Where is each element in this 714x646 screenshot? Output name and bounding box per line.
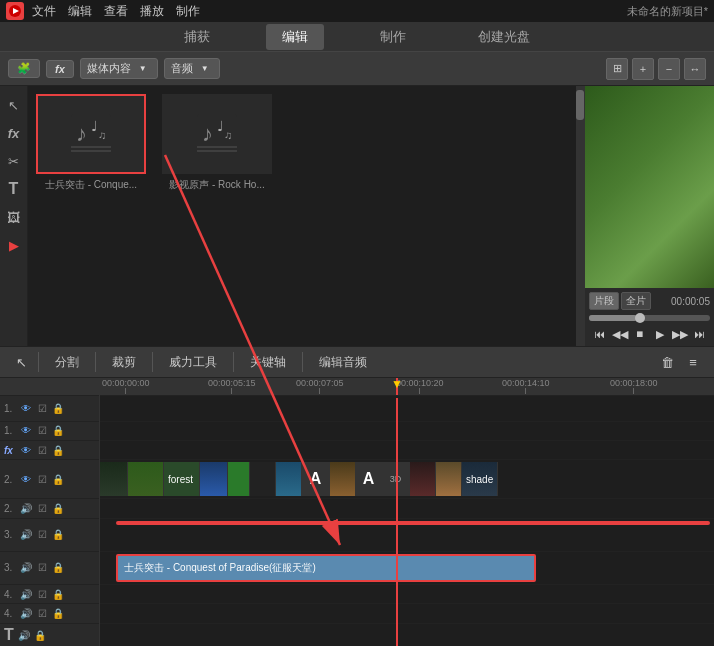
menu-file[interactable]: 文件 [32, 3, 56, 20]
tl-split-btn[interactable]: 分割 [43, 348, 91, 376]
track-check-2s[interactable]: ☑ [35, 502, 49, 516]
media-scrollbar[interactable] [576, 86, 584, 346]
ruler-tick-0 [125, 388, 126, 394]
track-check-2v[interactable]: ☑ [35, 472, 49, 486]
track-check-4s[interactable]: ☑ [35, 606, 49, 620]
timeline-toolbar: ↖ 分割 裁剪 威力工具 关键轴 编辑音频 🗑 ≡ [0, 346, 714, 378]
media-item-0[interactable]: ♪ ♩ ♫ 士兵突击 - Conque... [36, 94, 146, 192]
tl-power-btn[interactable]: 威力工具 [157, 348, 229, 376]
track-check-1v[interactable]: ☑ [35, 401, 49, 415]
track-lock-3s[interactable]: 🔒 [51, 561, 65, 575]
track-check-4a[interactable]: ☑ [35, 587, 49, 601]
lane-t [100, 624, 714, 646]
track-lock-4a[interactable]: 🔒 [51, 587, 65, 601]
clip-blue1[interactable] [200, 462, 228, 496]
sidebar-icon-image[interactable]: 🖼 [3, 206, 25, 228]
track-lock-3a[interactable]: 🔒 [51, 528, 65, 542]
track-lock-4s[interactable]: 🔒 [51, 606, 65, 620]
btn-forward[interactable]: ▶▶ [672, 326, 688, 342]
menu-edit[interactable]: 编辑 [68, 3, 92, 20]
lane-1s [100, 422, 714, 441]
clip-dark[interactable] [250, 462, 276, 496]
media-thumb-1[interactable]: ♪ ♩ ♫ [162, 94, 272, 174]
tl-settings-btn[interactable]: ≡ [680, 349, 706, 375]
track-eye-1v[interactable]: 👁 [19, 401, 33, 415]
zoom-in-btn[interactable]: + [632, 58, 654, 80]
clip-forest[interactable] [128, 462, 164, 496]
track-lock-2s[interactable]: 🔒 [51, 502, 65, 516]
track-lock-1s[interactable]: 🔒 [51, 424, 65, 438]
btn-stop[interactable]: ⏹ [632, 326, 648, 342]
btn-rewind[interactable]: ⏮ [592, 326, 608, 342]
track-spk-4a[interactable]: 🔊 [19, 587, 33, 601]
track-lock-1v[interactable]: 🔒 [51, 401, 65, 415]
clip-orange[interactable] [330, 462, 356, 496]
media-content-dropdown[interactable]: 媒体内容 [80, 58, 158, 79]
track-lock-t[interactable]: 🔒 [33, 628, 47, 642]
clip-orange2[interactable] [436, 462, 462, 496]
tl-crop-btn[interactable]: 裁剪 [100, 348, 148, 376]
plugin-button[interactable]: 🧩 [8, 59, 40, 78]
tl-cursor-btn[interactable]: ↖ [8, 349, 34, 375]
nav-disc[interactable]: 创建光盘 [462, 24, 546, 50]
btn-back[interactable]: ◀◀ [612, 326, 628, 342]
track-num-1s: 1. [4, 425, 16, 436]
playhead[interactable] [396, 378, 398, 395]
nav-capture[interactable]: 捕获 [168, 24, 226, 50]
track-spk-2s[interactable]: 🔊 [19, 502, 33, 516]
track-check-1s[interactable]: ☑ [35, 424, 49, 438]
track-check-fx[interactable]: ☑ [35, 443, 49, 457]
btn-end[interactable]: ⏭ [692, 326, 708, 342]
media-item-1[interactable]: ♪ ♩ ♫ 影视原声 - Rock Ho... [162, 94, 272, 192]
sidebar-icon-arrow[interactable]: ▶ [3, 234, 25, 256]
tl-delete-btn[interactable]: 🗑 [654, 349, 680, 375]
track-lock-2v[interactable]: 🔒 [51, 472, 65, 486]
track-spk-4s[interactable]: 🔊 [19, 606, 33, 620]
sidebar-icon-text[interactable]: T [3, 178, 25, 200]
track-eye-2v[interactable]: 👁 [19, 472, 33, 486]
btn-play[interactable]: ▶ [652, 326, 668, 342]
menu-make[interactable]: 制作 [176, 3, 200, 20]
fit-btn[interactable]: ↔ [684, 58, 706, 80]
preview-mode-clip[interactable]: 片段 [589, 292, 619, 310]
preview-playbar[interactable] [589, 315, 710, 321]
preview-mode-full[interactable]: 全片 [621, 292, 651, 310]
sidebar-icon-cursor[interactable]: ↖ [3, 94, 25, 116]
track-spk-t[interactable]: 🔊 [17, 628, 31, 642]
clip-3d[interactable]: 3D [382, 462, 410, 496]
clip-teal[interactable] [276, 462, 302, 496]
divider-3 [152, 352, 153, 372]
menu-view[interactable]: 查看 [104, 3, 128, 20]
lane-4s [100, 604, 714, 623]
clip-green[interactable] [228, 462, 250, 496]
menu-play[interactable]: 播放 [140, 3, 164, 20]
track-check-3a[interactable]: ☑ [35, 528, 49, 542]
track-lock-fx[interactable]: 🔒 [51, 443, 65, 457]
divider-1 [38, 352, 39, 372]
sidebar-icon-fx[interactable]: fx [3, 122, 25, 144]
audio-clip-main[interactable]: 士兵突击 - Conquest of Paradise(征服天堂) [116, 554, 536, 582]
track-spk-3a[interactable]: 🔊 [19, 528, 33, 542]
audio-dropdown[interactable]: 音频 [164, 58, 220, 79]
clip-text-a2[interactable]: A [356, 462, 382, 496]
track-eye-fx[interactable]: 👁 [19, 443, 33, 457]
media-label-1: 影视原声 - Rock Ho... [162, 178, 272, 192]
track-spk-3s[interactable]: 🔊 [19, 561, 33, 575]
nav-produce[interactable]: 制作 [364, 24, 422, 50]
track-eye-1s[interactable]: 👁 [19, 424, 33, 438]
tl-audio-edit-btn[interactable]: 编辑音频 [307, 348, 379, 376]
clip-red[interactable] [410, 462, 436, 496]
tl-keyframe-btn[interactable]: 关键轴 [238, 348, 298, 376]
preview-buttons: ⏮ ◀◀ ⏹ ▶ ▶▶ ⏭ [589, 326, 710, 342]
ruler-label-0: 00:00:00:00 [102, 378, 150, 388]
track-check-3s[interactable]: ☑ [35, 561, 49, 575]
nav-edit[interactable]: 编辑 [266, 24, 324, 50]
zoom-out-btn[interactable]: − [658, 58, 680, 80]
clip-forest-label: forest [164, 462, 200, 496]
fx-button[interactable]: fx [46, 60, 74, 78]
grid-view-btn[interactable]: ⊞ [606, 58, 628, 80]
menu-bar[interactable]: 文件 编辑 查看 播放 制作 [32, 3, 200, 20]
media-thumb-0[interactable]: ♪ ♩ ♫ [36, 94, 146, 174]
clip-text-a1[interactable]: A [302, 462, 330, 496]
sidebar-icon-crop[interactable]: ✂ [3, 150, 25, 172]
